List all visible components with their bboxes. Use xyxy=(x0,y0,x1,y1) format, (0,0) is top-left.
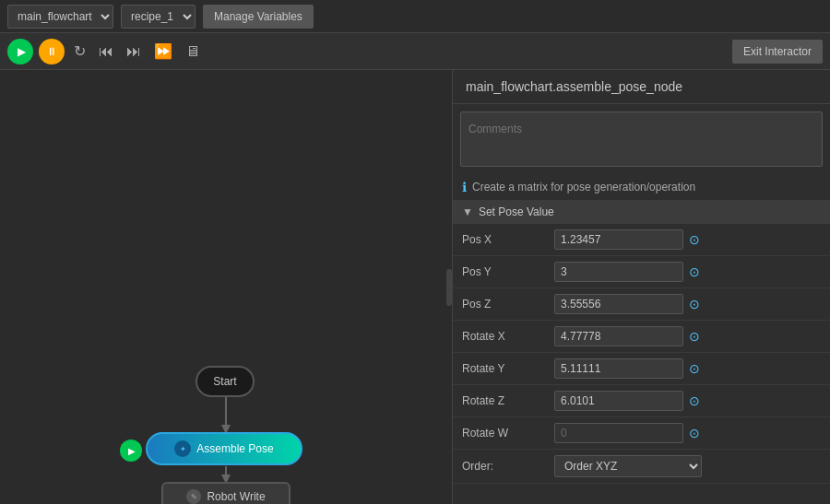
pose-field-label: Rotate Z xyxy=(453,385,545,417)
robot-write-label: Robot Write xyxy=(207,490,265,503)
start-node[interactable]: Start xyxy=(194,365,256,398)
pose-input-row: ⊙ xyxy=(554,326,821,346)
toolbar: ▶ ⏸ ↻ ⏮ ⏭ ⏩ 🖥 Exit Interactor xyxy=(0,33,830,70)
step-forward-button[interactable]: ⏭ xyxy=(123,40,145,64)
assemble-pose-rounded: ✦ Assemble Pose xyxy=(146,432,302,465)
pose-field-link-btn[interactable]: ⊙ xyxy=(687,359,702,378)
screenshot-button[interactable]: 🖥 xyxy=(182,40,204,64)
pose-field-row: Rotate Y ⊙ xyxy=(453,353,830,385)
pose-input-row: ⊙ xyxy=(554,262,821,282)
start-label: Start xyxy=(213,375,236,388)
assemble-pose-node[interactable]: ✦ Assemble Pose xyxy=(146,432,302,465)
pose-input-pos-y[interactable] xyxy=(554,262,683,282)
order-row: Order: Order XYZ xyxy=(453,450,830,484)
comments-input[interactable] xyxy=(468,123,814,135)
flowchart-select[interactable]: main_flowchart xyxy=(7,5,113,29)
pose-field-row: Rotate W ⊙ xyxy=(453,417,830,450)
order-label: Order: xyxy=(453,450,545,484)
reload-icon: ↻ xyxy=(74,42,86,60)
node-title: main_flowchart.assemble_pose_node xyxy=(453,70,830,104)
pose-field-row: Rotate Z ⊙ xyxy=(453,385,830,417)
robot-write-rect: ✎ Robot Write xyxy=(161,482,290,504)
pose-field-link-btn[interactable]: ⊙ xyxy=(687,327,702,346)
pose-field-label: Pos X xyxy=(453,224,545,256)
set-pose-section-header[interactable]: ▼ Set Pose Value xyxy=(453,200,830,224)
active-play-indicator: ▶ xyxy=(120,440,142,462)
pose-field-label: Rotate W xyxy=(453,417,545,450)
pose-field-link-btn[interactable]: ⊙ xyxy=(687,263,702,281)
node-title-text: main_flowchart.assemble_pose_node xyxy=(466,79,682,94)
info-icon: ℹ xyxy=(462,180,467,194)
exit-interactor-button[interactable]: Exit Interactor xyxy=(732,40,823,64)
assemble-pose-label: Assemble Pose xyxy=(196,442,273,455)
pose-field-input-cell: ⊙ xyxy=(545,224,830,256)
pose-input-row: ⊙ xyxy=(554,229,821,250)
pose-input-rotate-z[interactable] xyxy=(554,391,683,411)
info-row: ℹ Create a matrix for pose generation/op… xyxy=(453,174,830,200)
panel-resize-handle[interactable] xyxy=(446,269,452,306)
start-circle: Start xyxy=(196,366,255,397)
pose-input-rotate-y[interactable] xyxy=(554,358,683,379)
section-arrow-icon: ▼ xyxy=(462,205,473,218)
top-bar: main_flowchart recipe_1 Manage Variables xyxy=(0,0,830,33)
step-back-icon: ⏮ xyxy=(99,43,113,60)
pose-input-row: ⊙ xyxy=(554,391,821,411)
pose-input-rotate-w xyxy=(554,423,683,443)
section-title: Set Pose Value xyxy=(479,205,554,218)
pose-field-row: Pos Z ⊙ xyxy=(453,288,830,321)
reload-button[interactable]: ↻ xyxy=(70,39,89,64)
recipe-select[interactable]: recipe_1 xyxy=(121,5,196,29)
info-text: Create a matrix for pose generation/oper… xyxy=(472,181,695,193)
robot-write-node[interactable]: ✎ Robot Write xyxy=(161,482,290,504)
fast-forward-button[interactable]: ⏩ xyxy=(150,39,176,64)
pose-field-link-btn[interactable]: ⊙ xyxy=(687,230,702,249)
pose-field-row: Rotate X ⊙ xyxy=(453,321,830,353)
pose-field-link-btn[interactable]: ⊙ xyxy=(687,295,702,313)
pose-field-label: Pos Z xyxy=(453,288,545,321)
fast-forward-icon: ⏩ xyxy=(154,42,172,60)
active-play-icon: ▶ xyxy=(128,446,136,456)
pose-input-pos-z[interactable] xyxy=(554,294,683,314)
pose-input-row: ⊙ xyxy=(554,358,821,379)
pose-field-input-cell: ⊙ xyxy=(545,321,830,353)
pose-field-label: Rotate X xyxy=(453,321,545,353)
pose-fields-table: Pos X ⊙ Pos Y ⊙ Pos Z ⊙ xyxy=(453,224,830,484)
step-forward-icon: ⏭ xyxy=(126,43,141,60)
pose-input-rotate-x[interactable] xyxy=(554,326,683,346)
pose-input-pos-x[interactable] xyxy=(554,229,683,250)
flowchart-canvas: Start ▶ ✦ Assemble Pose xyxy=(0,70,452,504)
assemble-pose-icon: ✦ xyxy=(174,440,191,457)
pose-field-input-cell: ⊙ xyxy=(545,353,830,385)
pose-field-label: Rotate Y xyxy=(453,353,545,385)
pose-field-input-cell: ⊙ xyxy=(545,288,830,321)
robot-write-icon: ✎ xyxy=(186,489,201,504)
comments-area[interactable] xyxy=(460,111,823,167)
pose-field-input-cell: ⊙ xyxy=(545,417,830,450)
pose-field-row: Pos Y ⊙ xyxy=(453,256,830,288)
pose-field-link-btn[interactable]: ⊙ xyxy=(687,392,702,410)
pose-input-row: ⊙ xyxy=(554,423,821,443)
order-select[interactable]: Order XYZ xyxy=(554,455,702,477)
left-panel-flowchart: Start ▶ ✦ Assemble Pose xyxy=(0,70,452,504)
pose-field-input-cell: ⊙ xyxy=(545,256,830,288)
main-content: Start ▶ ✦ Assemble Pose xyxy=(0,70,830,504)
pose-input-row: ⊙ xyxy=(554,294,821,314)
step-back-button[interactable]: ⏮ xyxy=(95,40,117,64)
screenshot-icon: 🖥 xyxy=(185,43,200,60)
pose-field-row: Pos X ⊙ xyxy=(453,224,830,256)
pose-field-link-btn[interactable]: ⊙ xyxy=(687,424,702,442)
play-icon: ▶ xyxy=(18,45,26,58)
play-button[interactable]: ▶ xyxy=(7,39,33,64)
pose-field-input-cell: ⊙ xyxy=(545,385,830,417)
pause-icon: ⏸ xyxy=(46,45,57,58)
right-panel: main_flowchart.assemble_pose_node ℹ Crea… xyxy=(452,70,830,504)
pose-field-label: Pos Y xyxy=(453,256,545,288)
manage-variables-button[interactable]: Manage Variables xyxy=(203,5,314,29)
pause-button[interactable]: ⏸ xyxy=(39,39,65,64)
